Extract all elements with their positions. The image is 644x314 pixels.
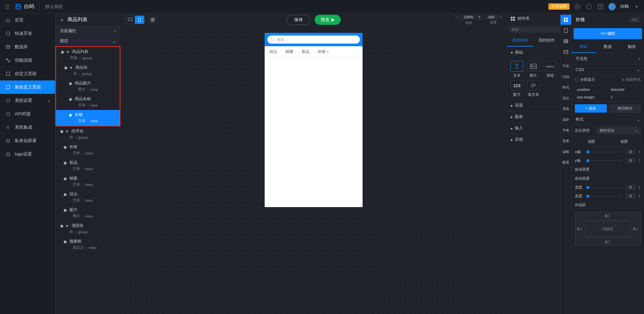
strip-bg[interactable]: 背景 (560, 136, 571, 146)
nav-home[interactable]: 首页 (0, 13, 55, 27)
visibility-icon[interactable]: ◉ (59, 129, 64, 134)
help-icon[interactable]: ? (597, 3, 604, 10)
caret-down-icon[interactable]: ▾ (67, 50, 70, 54)
strip-style[interactable]: 样式 (560, 82, 571, 92)
margin-top-input[interactable]: 0▲▼ (605, 214, 610, 218)
width-spinner[interactable]: ▲▼ (638, 185, 641, 189)
play-icon[interactable] (574, 3, 581, 10)
checkbox[interactable] (575, 78, 578, 81)
tab-trigger[interactable]: 触发 (620, 41, 644, 53)
strip-image-icon[interactable] (560, 47, 571, 57)
tab-data[interactable]: 数据 (596, 41, 620, 53)
visibility-icon[interactable]: ◉ (63, 208, 67, 212)
section-chart[interactable]: ▸图表 (507, 111, 560, 123)
section-basic[interactable]: ▾基础 (507, 47, 560, 58)
nav-integration[interactable]: 系统集成 (0, 121, 55, 134)
logo[interactable]: 白码 (15, 3, 34, 10)
layer-item[interactable]: ◉综合文本|view (55, 189, 120, 205)
strip-position[interactable]: 定位 (560, 93, 571, 103)
height-spinner[interactable]: ▲▼ (638, 194, 641, 198)
css-row[interactable]: positionabsolute (575, 86, 641, 93)
layer-item[interactable]: ◉▾排序块块|group (55, 126, 120, 142)
nav-settings[interactable]: 系统设置› (0, 94, 55, 107)
visibility-icon[interactable]: ◉ (63, 145, 67, 149)
width-spinner[interactable]: ▲▼ (499, 15, 502, 19)
section-other[interactable]: ▸其他 (507, 134, 560, 145)
save-button[interactable]: 保存 (286, 15, 311, 25)
upgrade-button[interactable]: 升级/续费 (548, 3, 570, 10)
layer-item[interactable]: ◉新品文本|view (55, 158, 120, 174)
component-number[interactable]: 123数字 (509, 80, 524, 97)
component-richtext[interactable]: 富文本 (526, 80, 541, 97)
section-input[interactable]: ▸输入 (507, 123, 560, 134)
tab-system-components[interactable]: 系统组件 (507, 35, 534, 47)
chevron-down-icon[interactable]: ▾ (633, 3, 640, 10)
x-value[interactable]: 0 (626, 149, 636, 154)
margin-bottom-input[interactable]: 0▲▼ (605, 240, 610, 244)
paste-style-button[interactable]: ⎘粘贴样式 (622, 77, 641, 82)
nav-newcustompage[interactable]: 新自定义页面 (0, 80, 55, 94)
zoom-value[interactable]: 100% (462, 15, 475, 19)
caret-down-icon[interactable]: ▾ (66, 129, 69, 134)
auto-width-row[interactable]: 自动宽度 (572, 165, 644, 174)
add-css-button[interactable]: + 添加 (575, 104, 607, 113)
section-container[interactable]: ▸容器 (507, 100, 560, 111)
visibility-icon[interactable]: ◉ (68, 113, 73, 117)
strip-visible[interactable]: 可见 (560, 61, 571, 71)
device-frame[interactable]: 搜索… 综合 销量 新品 价格 (265, 33, 363, 207)
component-search-input[interactable] (509, 26, 560, 33)
component-text[interactable]: T文本 (509, 61, 524, 78)
code-button[interactable]: </> 编程 (574, 28, 642, 39)
x-slider[interactable] (586, 151, 623, 152)
layer-item[interactable]: ◉搜索框自定义|view (55, 237, 120, 252)
margin-right-input[interactable]: 0▲▼ (633, 227, 638, 231)
nav-logo[interactable]: logo设置 (0, 147, 55, 161)
css-row[interactable]: line-height1 (575, 93, 641, 101)
device-tab[interactable]: 销量 (285, 49, 293, 55)
zoom-in-button[interactable]: + (477, 14, 482, 20)
visibility-icon[interactable]: ◉ (63, 239, 67, 244)
visibility-section-header[interactable]: 可见性› (572, 53, 644, 65)
page-props-panel-header[interactable]: 页面属性› (55, 26, 120, 36)
y-slider[interactable] (586, 160, 623, 161)
device-tab[interactable]: 综合 (269, 49, 277, 55)
css-section-header[interactable]: CSS⌄ (572, 65, 644, 75)
position-type-select[interactable]: 绝对定位⌄ (597, 127, 641, 134)
layer-item[interactable]: ◉商品名称文本|view (56, 94, 120, 110)
desktop-button[interactable] (125, 16, 135, 24)
nav-quickdev[interactable]: 快速开发 (0, 27, 55, 40)
height-value-input[interactable]: 0 (626, 193, 636, 199)
mobile-button[interactable] (135, 16, 144, 24)
caret-down-icon[interactable]: ▾ (70, 65, 73, 70)
strip-grid-icon[interactable] (560, 15, 571, 25)
strip-doc-icon[interactable] (560, 25, 571, 36)
strip-margin[interactable]: 边距 (560, 115, 571, 125)
width-value-input[interactable]: 0 (626, 185, 636, 190)
cloud-icon[interactable] (586, 3, 592, 10)
style-section-header[interactable]: 样式⌄ (572, 114, 644, 125)
visibility-icon[interactable]: ◉ (68, 81, 73, 86)
copy-style-button[interactable]: 拷贝样式 (609, 104, 641, 113)
strip-css[interactable]: CSS (560, 72, 571, 82)
strip-font[interactable]: 字体 (560, 125, 571, 135)
auto-height-row[interactable]: 自动高度 (572, 174, 644, 183)
anchor-top-button[interactable]: 顶部 (575, 137, 608, 146)
visibility-icon[interactable]: ◉ (59, 224, 64, 228)
visibility-icon[interactable]: ◉ (63, 176, 67, 181)
component-image[interactable]: 图片 (526, 61, 541, 78)
back-button[interactable]: « (61, 17, 63, 22)
preview-button[interactable]: 预览▶ (315, 15, 341, 25)
layers-panel-header[interactable]: 图层⌄ (55, 36, 120, 46)
visibility-icon[interactable]: ◉ (63, 65, 68, 70)
layer-item[interactable]: ◉销量文本|view (55, 174, 120, 189)
component-button[interactable]: Button按钮 (543, 61, 557, 78)
height-slider[interactable] (586, 196, 623, 197)
strip-size[interactable]: 宽高 (560, 104, 571, 114)
zoom-out-button[interactable]: − (455, 14, 461, 20)
username[interactable]: 白码 (621, 4, 629, 9)
tab-style[interactable]: 样式 (572, 41, 596, 53)
width-slider[interactable] (586, 187, 623, 188)
margin-editor[interactable]: 0▲▼ 0▲▼ 0▲▼ 0▲▼ 内容区 (575, 212, 641, 246)
layer-item[interactable]: ◉图片图片|view (55, 205, 120, 221)
strip-config[interactable]: 配置 (560, 158, 571, 168)
